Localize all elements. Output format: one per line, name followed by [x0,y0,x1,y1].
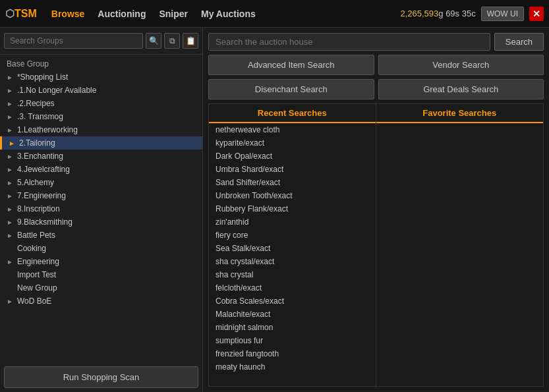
tree-item-alchemy[interactable]: ► 5.Alchemy [0,176,202,189]
nav-browse[interactable]: Browse [45,9,92,19]
recent-search-item[interactable]: Sea Stalk/exact [209,242,376,255]
tree-item-inscription[interactable]: ► 8.Inscription [0,202,202,215]
recent-search-item[interactable]: Dark Opal/exact [209,150,376,163]
tree-label: 1.Leatherworking [17,125,78,134]
arrow-ins: ► [7,206,13,213]
tree-item-engineering[interactable]: ► 7.Engineering [0,189,202,202]
close-button[interactable]: ✕ [529,7,544,21]
recent-searches-col: Recent Searches netherweave clothkyparit… [209,104,376,386]
favorite-searches-list [376,123,544,386]
arrow-tailoring: ► [9,140,15,147]
tree-label: Cooking [17,244,46,253]
tree-label: .3. Transmog [17,112,63,121]
right-panel: Search Advanced Item Search Vendor Searc… [203,28,549,392]
favorite-searches-col: Favorite Searches [376,104,544,386]
recent-search-item[interactable]: Malachite/exact [209,308,376,321]
tree-item-transmog[interactable]: ► .3. Transmog [0,110,202,123]
tree-label: WoD BoE [17,296,51,306]
favorite-searches-header: Favorite Searches [376,104,544,123]
nav-auctioning[interactable]: Auctioning [91,9,152,19]
action-buttons: Advanced Item Search Vendor Search Disen… [208,55,544,99]
tree-label: Import Test [17,270,56,279]
arrow-nla: ► [7,87,13,94]
tree-item-battle-pets[interactable]: ► Battle Pets [0,229,202,242]
tree-item-cooking[interactable]: Cooking [0,242,202,255]
recent-search-item[interactable]: Unbroken Tooth/exact [209,189,376,202]
recent-search-item[interactable]: sumptious fur [209,334,376,347]
base-group-header: Base Group [0,57,202,70]
arrow-bs: ► [7,219,13,226]
recent-search-item[interactable]: Umbra Shard/exact [209,163,376,176]
tree-label: 9.Blacksmithing [17,217,72,227]
tree-item-jewelcrafting[interactable]: ► 4.Jewelcrafting [0,163,202,176]
arrow-shopping-list: ► [7,74,13,81]
recent-search-item[interactable]: meaty haunch [209,360,376,374]
group-tree: Base Group ► *Shopping List ► .1.No Long… [0,55,202,362]
recent-search-item[interactable]: fiery core [209,229,376,242]
tree-item-shopping-list[interactable]: ► *Shopping List [0,70,202,84]
tree-item-engineering2[interactable]: ► Engineering [0,255,202,268]
tree-label: 3.Enchanting [17,152,63,161]
arrow-lw: ► [7,126,13,134]
group-search-row: 🔍 ⧉ 📋 [0,28,202,55]
top-bar: ⬡TSM Browse Auctioning Sniper My Auction… [0,0,549,28]
tree-item-recipes[interactable]: ► .2.Recipes [0,97,202,110]
arrow-bp: ► [7,232,13,239]
recent-searches-list: netherweave clothkyparite/exactDark Opal… [209,123,376,386]
recent-search-item[interactable]: zin'anthid [209,215,376,229]
recent-search-item[interactable]: felcloth/exact [209,281,376,294]
copy-icon-btn[interactable]: ⧉ [164,33,180,49]
tree-item-leatherworking[interactable]: ► 1.Leatherworking [0,123,202,136]
recent-search-item[interactable]: sha crystal [209,268,376,281]
wow-ui-button[interactable]: WOW UI [481,7,524,21]
arrow-recipes: ► [7,100,13,107]
vendor-search-button[interactable]: Vendor Search [378,55,544,75]
tree-item-tailoring[interactable]: ► 2.Tailoring [0,136,202,150]
nav-my-auctions[interactable]: My Auctions [194,9,262,19]
tree-item-enchanting[interactable]: ► 3.Enchanting [0,150,202,163]
tree-label: Battle Pets [17,231,55,240]
arrow-wod: ► [7,298,13,305]
top-right: 2,265,593g 69s 35c WOW UI ✕ [400,7,544,21]
recent-search-item[interactable]: Sand Shifter/exact [209,176,376,189]
recent-search-item[interactable]: sha crystal/exact [209,255,376,268]
logo: ⬡TSM [5,7,37,20]
advanced-item-search-button[interactable]: Advanced Item Search [208,55,374,75]
gold-display: 2,265,593g 69s 35c [400,9,475,18]
main-layout: 🔍 ⧉ 📋 Base Group ► *Shopping List ► .1.N… [0,28,549,392]
left-panel: 🔍 ⧉ 📋 Base Group ► *Shopping List ► .1.N… [0,28,203,392]
disenchant-search-button[interactable]: Disenchant Search [208,79,374,99]
search-button[interactable]: Search [494,33,544,51]
paste-icon-btn[interactable]: 📋 [183,33,198,49]
auction-search-input[interactable] [208,33,490,51]
tree-label: 4.Jewelcrafting [17,165,70,174]
searches-section: Recent Searches netherweave clothkyparit… [208,103,544,387]
recent-search-item[interactable]: Rubbery Flank/exact [209,202,376,215]
search-groups-icon-btn[interactable]: 🔍 [146,33,161,49]
arrow-transmog: ► [7,113,13,121]
recent-search-item[interactable]: kyparite/exact [209,136,376,150]
arrow-enchanting: ► [7,153,13,160]
tree-label: *Shopping List [17,72,68,82]
arrow-eng: ► [7,192,13,200]
tree-label: 2.Tailoring [19,138,55,148]
tree-item-import-test[interactable]: Import Test [0,268,202,281]
search-groups-input[interactable] [4,33,143,49]
tree-label: 5.Alchemy [17,178,54,187]
tree-label: Engineering [17,257,59,266]
tree-item-new-group[interactable]: New Group [0,281,202,294]
recent-search-item[interactable]: frenzied fangtooth [209,347,376,360]
auction-search-row: Search [208,33,544,51]
recent-search-item[interactable]: netherweave cloth [209,123,376,136]
great-deals-search-button[interactable]: Great Deals Search [378,79,544,99]
arrow-jc: ► [7,166,13,173]
recent-search-item[interactable]: midnight salmon [209,321,376,334]
tree-item-blacksmithing[interactable]: ► 9.Blacksmithing [0,215,202,229]
tree-item-no-longer-available[interactable]: ► .1.No Longer Available [0,84,202,97]
run-shopping-scan-button[interactable]: Run Shopping Scan [4,366,198,388]
tree-label: 7.Engineering [17,191,66,200]
tree-item-wod-boe[interactable]: ► WoD BoE [0,294,202,308]
tree-label: .1.No Longer Available [17,86,97,95]
nav-sniper[interactable]: Sniper [152,9,194,19]
recent-search-item[interactable]: Cobra Scales/exact [209,294,376,308]
